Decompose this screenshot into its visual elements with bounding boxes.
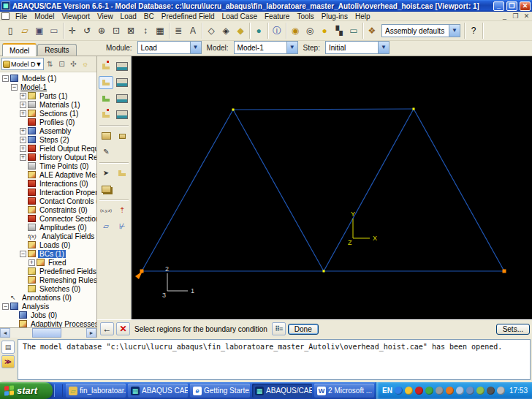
mdi-restore-button[interactable]: ❐ (510, 12, 521, 20)
done-button[interactable]: Done (288, 324, 319, 335)
tree-item-profiles-0[interactable]: Profiles (0) (0, 118, 96, 126)
scroll-left-icon[interactable]: ◄ (0, 328, 10, 338)
amplitude-block-icon[interactable] (99, 129, 113, 142)
truss-node-bottom-left[interactable] (140, 270, 144, 273)
tree-context-select[interactable]: Model D ▼ (1, 58, 44, 70)
help-cursor-icon[interactable]: ? (466, 23, 481, 38)
tree-item-fixed[interactable]: +Fixed (0, 258, 96, 267)
tree-item-history-output-reque[interactable]: +History Output Reque (0, 153, 96, 162)
restore-button[interactable]: ❐ (506, 1, 517, 11)
menu-file[interactable]: File (12, 12, 31, 20)
truss-node-top-right[interactable] (413, 108, 415, 110)
predefined-field-create-icon[interactable] (99, 92, 113, 105)
mdi-minimize-button[interactable]: _ (499, 12, 510, 20)
expander-icon[interactable]: + (20, 102, 26, 108)
tree-item-predefined-fields-0[interactable]: Predefined Fields (0) (0, 267, 96, 276)
expander-icon[interactable]: + (20, 128, 26, 134)
load-case-create-icon[interactable] (99, 108, 113, 121)
tree-item-annotations-0[interactable]: ↖Annotations (0) (0, 293, 96, 302)
circles-filled-icon[interactable]: ◉ (288, 23, 303, 38)
bc-create-icon[interactable] (99, 76, 113, 89)
mesh-sphere-icon[interactable]: ● (251, 23, 266, 38)
selection-options-button[interactable]: ⠿≡ (272, 322, 286, 335)
region-l-icon[interactable] (115, 167, 129, 180)
truss-node-bottom-right[interactable] (503, 270, 506, 273)
render-style-select[interactable]: Assembly defaults▼ (381, 24, 460, 37)
xyz-coords-icon[interactable]: (x,y,z) (99, 204, 113, 217)
viewport-grid-icon[interactable]: ▦ (153, 23, 167, 38)
expander-icon[interactable]: + (20, 93, 26, 99)
menu-model[interactable]: Model (31, 12, 58, 20)
tree-item-materials-1[interactable]: +Materials (1) (0, 100, 96, 109)
menu-tools[interactable]: Tools (293, 12, 317, 20)
wire-cube-icon[interactable]: ◇ (204, 23, 218, 38)
save-icon[interactable]: ▣ (32, 23, 47, 38)
update-alert-icon[interactable] (446, 387, 454, 395)
tree-item-amplitudes-0[interactable]: Amplitudes (0) (0, 223, 96, 232)
open-icon[interactable]: ▱ (18, 23, 32, 38)
rotate-icon[interactable]: ↺ (80, 23, 94, 38)
menu-predefined-field[interactable]: Predefined Field (158, 12, 218, 20)
amplitude-small-icon[interactable] (115, 129, 129, 142)
tree-item-contact-controls-0[interactable]: Contact Controls (0) (0, 197, 96, 205)
load-manager-icon[interactable] (115, 60, 129, 73)
tree-item-bcs-1[interactable]: −BCs (1) (0, 249, 96, 258)
tree-item-adaptivity-processes-0[interactable]: Adaptivity Processes (0) (0, 319, 96, 327)
expander-icon[interactable]: − (11, 84, 18, 91)
datum-plane-icon[interactable]: ▱ (99, 220, 113, 233)
tree-item-ale-adaptive-mesh-co[interactable]: ALE Adaptive Mesh Co (0, 170, 96, 179)
expander-icon[interactable]: + (20, 145, 26, 152)
zoom-box-icon[interactable]: ⊡ (109, 23, 123, 38)
new-icon[interactable]: ▯ (3, 23, 18, 38)
start-button[interactable]: start (0, 382, 53, 399)
model-select[interactable]: Model-1 ▼ (234, 41, 298, 54)
module-select[interactable]: Load ▼ (137, 41, 202, 54)
truss-member[interactable] (142, 110, 233, 271)
expander-icon[interactable]: − (2, 75, 9, 82)
certificate-icon[interactable] (476, 387, 484, 395)
menu-feature[interactable]: Feature (261, 12, 293, 20)
hidden-cube-icon[interactable]: ◈ (218, 23, 233, 38)
csys-axes-icon[interactable]: ⊬ (115, 220, 129, 233)
shaded-cube-icon[interactable]: ◆ (233, 23, 248, 38)
circles-outline-icon[interactable]: ◎ (303, 23, 317, 38)
expander-icon[interactable]: − (2, 303, 9, 310)
info-icon[interactable]: ⓘ (270, 23, 284, 38)
select-arrow-icon[interactable]: ➤ (99, 167, 113, 180)
spin-updown-icon[interactable]: ⇅ (45, 60, 56, 68)
menu-help[interactable]: Help (352, 12, 374, 20)
print-icon[interactable]: ▭ (47, 23, 61, 38)
tree-horizontal-scrollbar[interactable]: ◄ ► (0, 327, 96, 338)
tab-model[interactable]: Model (2, 43, 37, 56)
expander-icon[interactable]: + (20, 137, 26, 143)
tree-item-constraints-0[interactable]: Constraints (0) (0, 205, 96, 214)
collapse-all-icon[interactable]: ⊡ (57, 60, 67, 68)
bulb-icon[interactable]: ☼ (80, 60, 91, 68)
load-case-manager-icon[interactable] (115, 108, 129, 121)
monitor-icon[interactable]: ▭ (346, 23, 361, 38)
magnify-icon[interactable]: ⊕ (94, 23, 109, 38)
network-offline-icon[interactable] (456, 387, 464, 395)
bc-manager-icon[interactable] (115, 76, 129, 89)
menu-bc[interactable]: BC (140, 12, 158, 20)
step-select[interactable]: Initial ▼ (325, 41, 390, 54)
sets-button[interactable]: Sets... (496, 324, 530, 335)
pen-input-icon[interactable] (487, 387, 495, 395)
filter-icon[interactable]: ✣ (69, 60, 79, 68)
truss-member[interactable] (414, 109, 504, 271)
menu-load[interactable]: Load (117, 12, 140, 20)
tree-item-model-1[interactable]: −Model-1 (0, 83, 96, 91)
prompt-cancel-button[interactable]: ✕ (116, 322, 130, 335)
annotate-icon[interactable]: A (186, 23, 200, 38)
disabled-device-icon[interactable] (436, 387, 444, 395)
tree-item-interactions-0[interactable]: Interactions (0) (0, 179, 96, 188)
truss-node-bottom-mid[interactable] (323, 270, 325, 273)
tree-item-time-points-0[interactable]: Time Points (0) (0, 162, 96, 170)
close-button[interactable]: ✕ (520, 1, 531, 11)
menu-view[interactable]: View (94, 12, 117, 20)
pan-icon[interactable]: ✛ (65, 23, 80, 38)
tree-item-connector-sections-0[interactable]: Connector Sections (0 (0, 214, 96, 223)
cycle-views-icon[interactable]: ↕ (138, 23, 153, 38)
fit-view-icon[interactable]: ⊠ (123, 23, 138, 38)
tree-item-jobs-0[interactable]: Jobs (0) (0, 311, 96, 319)
